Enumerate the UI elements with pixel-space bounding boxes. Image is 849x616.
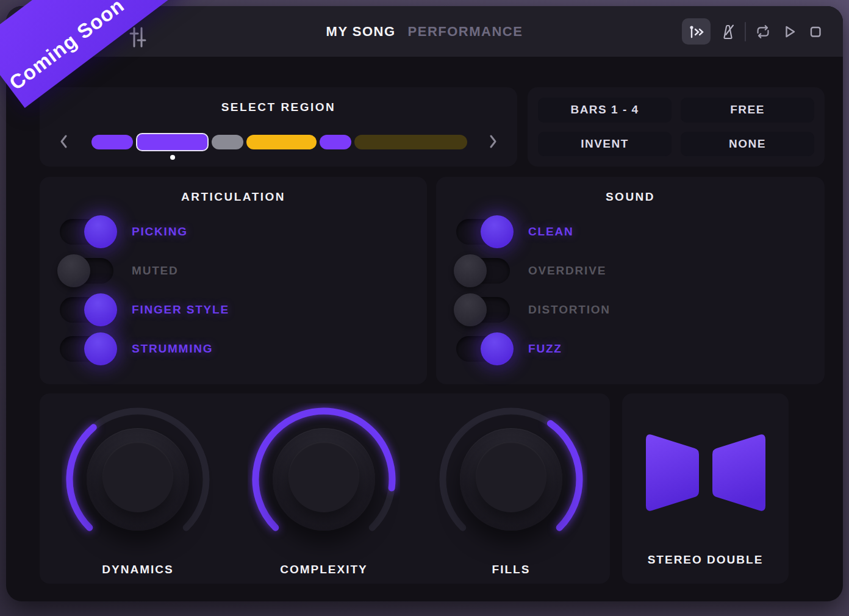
articulation-title: ARTICULATION xyxy=(40,190,427,204)
follow-playhead-icon xyxy=(687,24,706,40)
toggle-label-distortion: DISTORTION xyxy=(528,303,611,317)
toggle-finger-style[interactable] xyxy=(60,297,113,323)
plugin-screenshot: MY SONG PERFORMANCE xyxy=(0,0,849,616)
toggle-knob-finger-style[interactable] xyxy=(84,293,117,326)
stop-icon xyxy=(806,23,825,41)
metronome-button[interactable] xyxy=(718,23,737,41)
select-region-panel: SELECT REGION xyxy=(40,87,517,167)
articulation-toggles: PICKINGMUTEDFINGER STYLESTRUMMING xyxy=(60,212,229,368)
knob-face-fills[interactable] xyxy=(460,428,562,531)
toggle-row-overdrive: OVERDRIVE xyxy=(456,251,611,290)
region-strip xyxy=(91,127,467,157)
toggle-label-muted: MUTED xyxy=(132,264,179,278)
toggle-knob-strumming[interactable] xyxy=(84,332,117,365)
toggle-row-finger-style: FINGER STYLE xyxy=(60,290,229,329)
region-options-panel: BARS 1 - 4FREEINVENTNONE xyxy=(528,87,825,167)
toggle-row-fuzz: FUZZ xyxy=(456,329,611,368)
region-prev-button[interactable] xyxy=(58,134,69,149)
none-button[interactable]: NONE xyxy=(681,132,814,157)
knob-dynamics[interactable]: DYNAMICS xyxy=(62,403,214,556)
metronome-icon xyxy=(718,23,737,41)
loop-button[interactable] xyxy=(754,23,772,41)
toggle-label-clean: CLEAN xyxy=(528,225,573,238)
sound-toggles: CLEANOVERDRIVEDISTORTIONFUZZ xyxy=(456,212,611,368)
toggle-row-clean: CLEAN xyxy=(456,212,611,251)
toggle-knob-muted[interactable] xyxy=(57,254,90,287)
toggle-distortion[interactable] xyxy=(456,297,510,323)
toggle-knob-fuzz[interactable] xyxy=(481,332,514,365)
toggle-fuzz[interactable] xyxy=(456,336,510,362)
transport-divider xyxy=(745,22,746,41)
toggle-row-distortion: DISTORTION xyxy=(456,290,611,329)
invent-button[interactable]: INVENT xyxy=(538,132,672,157)
region-1[interactable] xyxy=(91,135,133,149)
knob-label-dynamics: DYNAMICS xyxy=(62,563,214,576)
region-5[interactable] xyxy=(320,135,351,149)
toggle-label-strumming: STRUMMING xyxy=(132,342,213,356)
transport-controls xyxy=(682,6,825,57)
select-region-title: SELECT REGION xyxy=(40,101,517,114)
toggle-overdrive[interactable] xyxy=(456,258,510,284)
play-icon xyxy=(780,23,798,41)
toggle-picking[interactable] xyxy=(60,219,113,245)
toggle-label-overdrive: OVERDRIVE xyxy=(528,264,606,278)
stereo-double-label: STEREO DOUBLE xyxy=(622,553,789,567)
toggle-row-muted: MUTED xyxy=(60,251,229,290)
song-title: MY SONG xyxy=(326,24,396,40)
follow-playhead-button[interactable] xyxy=(682,18,711,45)
toggle-knob-distortion[interactable] xyxy=(454,293,487,326)
knob-face-dynamics[interactable] xyxy=(87,428,189,531)
region-4[interactable] xyxy=(246,135,317,149)
toggle-label-fuzz: FUZZ xyxy=(528,342,562,356)
stereo-double-tile[interactable]: STEREO DOUBLE xyxy=(622,393,789,584)
region-2-selected[interactable] xyxy=(136,133,209,151)
plugin-window: MY SONG PERFORMANCE xyxy=(6,6,843,601)
loop-icon xyxy=(754,23,772,41)
region-next-button[interactable] xyxy=(488,134,499,149)
toggle-knob-clean[interactable] xyxy=(481,215,514,248)
toggle-label-picking: PICKING xyxy=(132,225,188,238)
sound-panel: SOUND CLEANOVERDRIVEDISTORTIONFUZZ xyxy=(436,177,825,384)
play-button[interactable] xyxy=(780,23,798,41)
selected-region-dot xyxy=(170,155,175,160)
region-6[interactable] xyxy=(354,135,467,149)
toggle-row-picking: PICKING xyxy=(60,212,229,251)
knob-label-fills: FILLS xyxy=(435,563,587,576)
articulation-panel: ARTICULATION PICKINGMUTEDFINGER STYLESTR… xyxy=(40,177,427,384)
region-3[interactable] xyxy=(212,135,243,149)
knob-complexity[interactable]: COMPLEXITY xyxy=(248,403,400,556)
toggle-knob-picking[interactable] xyxy=(84,215,117,248)
knob-face-complexity[interactable] xyxy=(273,428,375,531)
knob-label-complexity: COMPLEXITY xyxy=(248,563,400,576)
region-options-grid: BARS 1 - 4FREEINVENTNONE xyxy=(538,98,814,156)
toggle-strumming[interactable] xyxy=(60,336,113,362)
toggle-clean[interactable] xyxy=(456,219,510,245)
knob-fills[interactable]: FILLS xyxy=(435,403,587,556)
free-button[interactable]: FREE xyxy=(681,98,814,123)
bars-1-4-button[interactable]: BARS 1 - 4 xyxy=(538,98,672,123)
view-title: PERFORMANCE xyxy=(408,24,523,40)
macro-knobs-panel: DYNAMICSCOMPLEXITYFILLS xyxy=(40,393,610,584)
stereo-double-icon xyxy=(642,432,769,515)
toggle-muted[interactable] xyxy=(60,258,113,284)
sound-title: SOUND xyxy=(436,190,825,204)
toggle-label-finger-style: FINGER STYLE xyxy=(132,303,229,317)
stop-button[interactable] xyxy=(806,23,825,41)
toggle-row-strumming: STRUMMING xyxy=(60,329,229,368)
toggle-knob-overdrive[interactable] xyxy=(454,254,487,287)
